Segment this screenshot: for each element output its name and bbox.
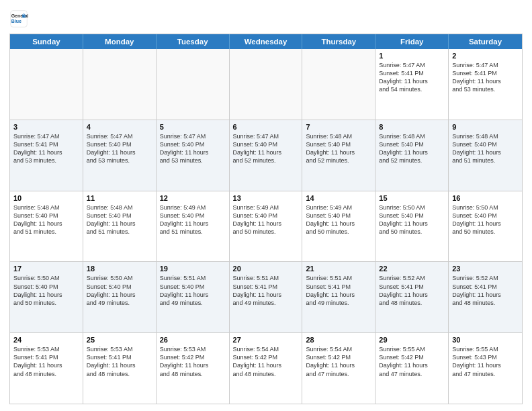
cell-info: Sunrise: 5:47 AMSunset: 5:40 PMDaylight:… [160,132,226,165]
day-number: 22 [379,265,445,273]
calendar-cell: 17Sunrise: 5:50 AMSunset: 5:40 PMDayligh… [10,262,83,332]
calendar-cell [10,49,83,120]
cell-info: Sunrise: 5:53 AMSunset: 5:41 PMDaylight:… [87,345,152,378]
header-day-saturday: Saturday [449,34,522,49]
calendar-cell [302,49,375,120]
cell-info: Sunrise: 5:50 AMSunset: 5:40 PMDaylight:… [379,203,445,236]
cell-info: Sunrise: 5:47 AMSunset: 5:40 PMDaylight:… [233,132,299,165]
day-number: 21 [306,265,371,273]
day-number: 1 [379,52,445,60]
cell-info: Sunrise: 5:47 AMSunset: 5:41 PMDaylight:… [379,61,445,94]
day-number: 6 [233,123,299,131]
day-number: 27 [233,336,299,344]
calendar-row: 3Sunrise: 5:47 AMSunset: 5:41 PMDaylight… [10,120,522,191]
day-number: 13 [233,194,299,202]
calendar-cell: 15Sunrise: 5:50 AMSunset: 5:40 PMDayligh… [375,191,449,262]
cell-info: Sunrise: 5:47 AMSunset: 5:40 PMDaylight:… [87,132,152,165]
cell-info: Sunrise: 5:48 AMSunset: 5:40 PMDaylight:… [306,132,371,165]
calendar-cell: 6Sunrise: 5:47 AMSunset: 5:40 PMDaylight… [230,120,303,191]
cell-info: Sunrise: 5:55 AMSunset: 5:43 PMDaylight:… [452,345,519,378]
calendar-cell: 21Sunrise: 5:51 AMSunset: 5:41 PMDayligh… [302,262,375,332]
cell-info: Sunrise: 5:50 AMSunset: 5:40 PMDaylight:… [452,203,519,236]
day-number: 2 [452,52,519,60]
calendar-cell: 14Sunrise: 5:49 AMSunset: 5:40 PMDayligh… [302,191,375,262]
calendar-cell: 29Sunrise: 5:55 AMSunset: 5:42 PMDayligh… [375,333,449,404]
header-day-monday: Monday [83,34,157,49]
calendar-row: 17Sunrise: 5:50 AMSunset: 5:40 PMDayligh… [10,262,522,333]
header: General Blue [9,7,523,28]
calendar-row: 1Sunrise: 5:47 AMSunset: 5:41 PMDaylight… [10,49,522,120]
logo-icon: General Blue [9,9,28,28]
day-number: 3 [13,123,79,131]
cell-info: Sunrise: 5:50 AMSunset: 5:40 PMDaylight:… [13,274,79,307]
calendar-cell: 19Sunrise: 5:51 AMSunset: 5:40 PMDayligh… [157,262,230,332]
cell-info: Sunrise: 5:48 AMSunset: 5:40 PMDaylight:… [13,203,79,236]
calendar-cell: 1Sunrise: 5:47 AMSunset: 5:41 PMDaylight… [375,49,449,120]
calendar-cell: 22Sunrise: 5:52 AMSunset: 5:41 PMDayligh… [375,262,449,332]
cell-info: Sunrise: 5:48 AMSunset: 5:40 PMDaylight:… [379,132,445,165]
day-number: 26 [160,336,226,344]
calendar-header-row: SundayMondayTuesdayWednesdayThursdayFrid… [10,34,522,49]
header-day-wednesday: Wednesday [230,34,303,49]
calendar-cell: 25Sunrise: 5:53 AMSunset: 5:41 PMDayligh… [83,333,157,404]
day-number: 14 [306,194,371,202]
day-number: 19 [160,265,226,273]
day-number: 5 [160,123,226,131]
day-number: 30 [452,336,519,344]
calendar-cell: 28Sunrise: 5:54 AMSunset: 5:42 PMDayligh… [302,333,375,404]
svg-text:Blue: Blue [11,19,21,24]
cell-info: Sunrise: 5:48 AMSunset: 5:40 PMDaylight:… [452,132,519,165]
calendar-cell: 13Sunrise: 5:49 AMSunset: 5:40 PMDayligh… [230,191,303,262]
day-number: 25 [87,336,152,344]
day-number: 24 [13,336,79,344]
cell-info: Sunrise: 5:53 AMSunset: 5:42 PMDaylight:… [160,345,226,378]
day-number: 12 [160,194,226,202]
day-number: 15 [379,194,445,202]
day-number: 9 [452,123,519,131]
day-number: 10 [13,194,79,202]
calendar-cell: 20Sunrise: 5:51 AMSunset: 5:41 PMDayligh… [230,262,303,332]
day-number: 29 [379,336,445,344]
calendar-cell: 27Sunrise: 5:54 AMSunset: 5:42 PMDayligh… [230,333,303,404]
calendar-cell: 5Sunrise: 5:47 AMSunset: 5:40 PMDaylight… [157,120,230,191]
day-number: 20 [233,265,299,273]
cell-info: Sunrise: 5:52 AMSunset: 5:41 PMDaylight:… [452,274,519,307]
calendar-cell: 3Sunrise: 5:47 AMSunset: 5:41 PMDaylight… [10,120,83,191]
calendar-cell: 4Sunrise: 5:47 AMSunset: 5:40 PMDaylight… [83,120,157,191]
cell-info: Sunrise: 5:47 AMSunset: 5:41 PMDaylight:… [452,61,519,94]
cell-info: Sunrise: 5:50 AMSunset: 5:40 PMDaylight:… [87,274,152,307]
header-day-friday: Friday [375,34,449,49]
day-number: 16 [452,194,519,202]
calendar-cell: 10Sunrise: 5:48 AMSunset: 5:40 PMDayligh… [10,191,83,262]
cell-info: Sunrise: 5:52 AMSunset: 5:41 PMDaylight:… [379,274,445,307]
day-number: 18 [87,265,152,273]
calendar-row: 10Sunrise: 5:48 AMSunset: 5:40 PMDayligh… [10,191,522,263]
cell-info: Sunrise: 5:49 AMSunset: 5:40 PMDaylight:… [160,203,226,236]
cell-info: Sunrise: 5:54 AMSunset: 5:42 PMDaylight:… [306,345,371,378]
calendar-cell: 2Sunrise: 5:47 AMSunset: 5:41 PMDaylight… [449,49,522,120]
calendar-cell [230,49,303,120]
cell-info: Sunrise: 5:51 AMSunset: 5:41 PMDaylight:… [233,274,299,307]
cell-info: Sunrise: 5:55 AMSunset: 5:42 PMDaylight:… [379,345,445,378]
cell-info: Sunrise: 5:48 AMSunset: 5:40 PMDaylight:… [87,203,152,236]
cell-info: Sunrise: 5:54 AMSunset: 5:42 PMDaylight:… [233,345,299,378]
day-number: 17 [13,265,79,273]
header-day-sunday: Sunday [10,34,83,49]
calendar-body: 1Sunrise: 5:47 AMSunset: 5:41 PMDaylight… [10,49,522,404]
calendar-cell: 8Sunrise: 5:48 AMSunset: 5:40 PMDaylight… [375,120,449,191]
calendar-cell: 7Sunrise: 5:48 AMSunset: 5:40 PMDaylight… [302,120,375,191]
day-number: 11 [87,194,152,202]
cell-info: Sunrise: 5:49 AMSunset: 5:40 PMDaylight:… [306,203,371,236]
cell-info: Sunrise: 5:51 AMSunset: 5:40 PMDaylight:… [160,274,226,307]
calendar-cell [83,49,157,120]
cell-info: Sunrise: 5:47 AMSunset: 5:41 PMDaylight:… [13,132,79,165]
calendar-cell: 12Sunrise: 5:49 AMSunset: 5:40 PMDayligh… [157,191,230,262]
cell-info: Sunrise: 5:49 AMSunset: 5:40 PMDaylight:… [233,203,299,236]
header-day-tuesday: Tuesday [157,34,230,49]
cell-info: Sunrise: 5:53 AMSunset: 5:41 PMDaylight:… [13,345,79,378]
calendar-cell: 23Sunrise: 5:52 AMSunset: 5:41 PMDayligh… [449,262,522,332]
calendar-cell: 30Sunrise: 5:55 AMSunset: 5:43 PMDayligh… [449,333,522,404]
calendar-row: 24Sunrise: 5:53 AMSunset: 5:41 PMDayligh… [10,333,522,404]
calendar-cell: 18Sunrise: 5:50 AMSunset: 5:40 PMDayligh… [83,262,157,332]
calendar-cell: 24Sunrise: 5:53 AMSunset: 5:41 PMDayligh… [10,333,83,404]
